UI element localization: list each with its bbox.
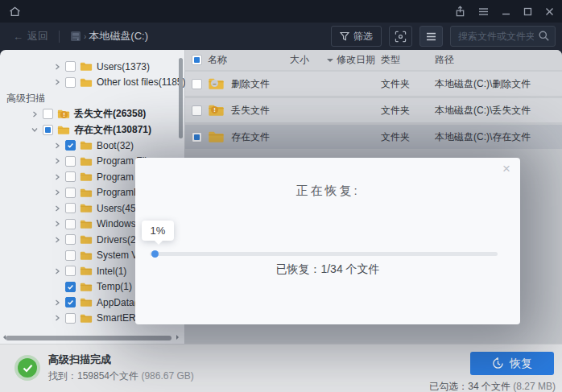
column-name[interactable]: 名称 bbox=[208, 53, 290, 67]
expand-chevron-icon[interactable] bbox=[53, 298, 61, 307]
expand-chevron-icon[interactable] bbox=[53, 250, 61, 260]
tree-checkbox[interactable] bbox=[65, 61, 76, 72]
folder-icon: ! bbox=[80, 282, 93, 292]
folder-icon: ! bbox=[57, 109, 70, 119]
scan-frame-icon bbox=[395, 31, 407, 43]
progress-dot bbox=[151, 250, 159, 258]
preview-button[interactable] bbox=[389, 26, 412, 47]
tree-checkbox[interactable] bbox=[43, 109, 53, 119]
tree-item[interactable]: ! Other lost files(1185) bbox=[0, 75, 184, 91]
select-all-checkbox[interactable] bbox=[192, 55, 202, 65]
column-path[interactable]: 路径 bbox=[435, 53, 562, 67]
expand-chevron-icon[interactable] bbox=[53, 188, 61, 197]
tree-checkbox[interactable] bbox=[65, 250, 76, 261]
expand-chevron-icon[interactable] bbox=[53, 235, 61, 245]
divider bbox=[59, 31, 60, 43]
expand-chevron-icon[interactable] bbox=[53, 62, 61, 72]
menu-icon[interactable] bbox=[478, 7, 489, 16]
found-files-text: 找到：159854个文件 (986.67 GB) bbox=[48, 369, 194, 383]
folder-icon: ! bbox=[80, 171, 93, 182]
table-row[interactable]: ! 丢失文件 文件夹 本地磁盘(C:)\丢失文件 bbox=[185, 98, 562, 122]
tree-checkbox[interactable] bbox=[65, 171, 76, 182]
tree-checkbox[interactable] bbox=[65, 188, 76, 198]
tree-checkbox[interactable] bbox=[65, 234, 76, 245]
expand-chevron-icon[interactable] bbox=[53, 282, 61, 291]
expand-chevron-icon[interactable] bbox=[53, 219, 61, 229]
tree-item[interactable]: ! 存在文件(130871) bbox=[0, 122, 184, 138]
tree-checkbox[interactable] bbox=[65, 297, 76, 307]
folder-icon: ! bbox=[80, 140, 93, 151]
tree-item-label: Users(1373) bbox=[97, 61, 150, 72]
scan-complete-check-icon bbox=[18, 358, 37, 378]
tree-checkbox[interactable] bbox=[65, 203, 76, 213]
recover-button[interactable]: 恢复 bbox=[470, 352, 554, 375]
minimize-icon[interactable] bbox=[502, 7, 510, 16]
toolbar: ← 返回 › 本地磁盘(C:) 筛选 bbox=[0, 23, 562, 50]
tree-checkbox[interactable] bbox=[65, 313, 76, 324]
progress-bar bbox=[150, 252, 498, 256]
table-header: 名称 大小 修改日期 类型 路径 bbox=[185, 50, 562, 70]
tree-checkbox[interactable] bbox=[65, 266, 76, 276]
tree-item-label: Other lost files(1185) bbox=[97, 76, 186, 88]
close-icon[interactable] bbox=[545, 7, 554, 16]
expand-chevron-icon[interactable] bbox=[53, 266, 61, 276]
row-type: 文件夹 bbox=[381, 130, 435, 144]
column-type[interactable]: 类型 bbox=[381, 53, 435, 67]
breadcrumb-label: 本地磁盘(C:) bbox=[89, 29, 148, 43]
folder-icon: ! bbox=[80, 250, 93, 261]
expand-chevron-icon[interactable] bbox=[53, 313, 61, 323]
maximize-icon[interactable] bbox=[523, 7, 532, 16]
expand-chevron-icon[interactable] bbox=[53, 204, 61, 213]
tree-item-label: Intel(1) bbox=[97, 266, 126, 277]
expand-chevron-icon[interactable] bbox=[53, 141, 61, 151]
back-label: 返回 bbox=[27, 29, 48, 43]
tree-item-label: Temp(1) bbox=[97, 281, 132, 292]
column-size[interactable]: 大小 bbox=[290, 53, 327, 67]
tree-checkbox[interactable] bbox=[43, 125, 53, 135]
expand-chevron-icon[interactable] bbox=[53, 172, 61, 182]
row-path: 本地磁盘(C:)\删除文件 bbox=[435, 77, 562, 91]
expand-chevron-icon[interactable] bbox=[53, 77, 61, 87]
back-button[interactable]: ← 返回 bbox=[13, 29, 48, 43]
sidebar-horizontal-scrollbar[interactable] bbox=[6, 336, 171, 340]
share-icon[interactable] bbox=[455, 6, 465, 17]
list-view-button[interactable] bbox=[419, 26, 443, 47]
dialog-close-icon[interactable]: × bbox=[502, 161, 510, 177]
column-date[interactable]: 修改日期 bbox=[337, 53, 381, 67]
table-row[interactable]: ! 存在文件 文件夹 本地磁盘(C:)\存在文件 bbox=[185, 125, 562, 149]
statusbar: 高级扫描完成 找到：159854个文件 (986.67 GB) 恢复 已勾选：3… bbox=[0, 344, 562, 392]
folder-icon: ! bbox=[57, 125, 70, 135]
expand-chevron-icon[interactable] bbox=[53, 156, 61, 166]
tree-item[interactable]: ! Users(1373) bbox=[0, 59, 184, 75]
tree-item-label: 丢失文件(26358) bbox=[74, 107, 146, 121]
tree-checkbox[interactable] bbox=[65, 77, 76, 88]
tree-checkbox[interactable] bbox=[65, 140, 76, 151]
row-checkbox[interactable] bbox=[192, 132, 202, 142]
row-checkbox[interactable] bbox=[192, 105, 202, 116]
tree-checkbox[interactable] bbox=[65, 282, 76, 292]
row-path: 本地磁盘(C:)\存在文件 bbox=[435, 130, 562, 144]
tree-checkbox[interactable] bbox=[65, 219, 76, 229]
expand-chevron-icon[interactable] bbox=[31, 125, 39, 134]
folder-icon: ! bbox=[80, 297, 93, 307]
row-checkbox[interactable] bbox=[192, 79, 202, 89]
tree-item[interactable]: ! Boot(32) bbox=[0, 138, 184, 154]
search-icon[interactable] bbox=[538, 30, 550, 42]
search-box bbox=[450, 26, 556, 47]
tree-item[interactable]: ! 丢失文件(26358) bbox=[0, 106, 184, 122]
table-row[interactable]: – 删除文件 文件夹 本地磁盘(C:)\删除文件 bbox=[185, 72, 562, 96]
filter-button[interactable]: 筛选 bbox=[331, 26, 382, 47]
progress-percent-bubble: 1% bbox=[142, 221, 174, 241]
folder-icon: ! bbox=[208, 104, 225, 117]
scroll-right-arrow-icon[interactable] bbox=[176, 335, 181, 340]
scroll-left-arrow-icon[interactable] bbox=[1, 335, 6, 340]
filter-label: 筛选 bbox=[353, 30, 373, 43]
expand-chevron-icon[interactable] bbox=[31, 109, 39, 119]
back-arrow-icon: ← bbox=[13, 31, 23, 43]
tree-checkbox[interactable] bbox=[65, 156, 76, 167]
row-name: 丢失文件 bbox=[231, 104, 270, 118]
sidebar-vertical-scrollbar[interactable] bbox=[179, 58, 183, 138]
sort-arrow-icon[interactable] bbox=[327, 59, 333, 65]
scan-status-title: 高级扫描完成 bbox=[48, 353, 111, 367]
home-icon[interactable] bbox=[8, 6, 22, 18]
